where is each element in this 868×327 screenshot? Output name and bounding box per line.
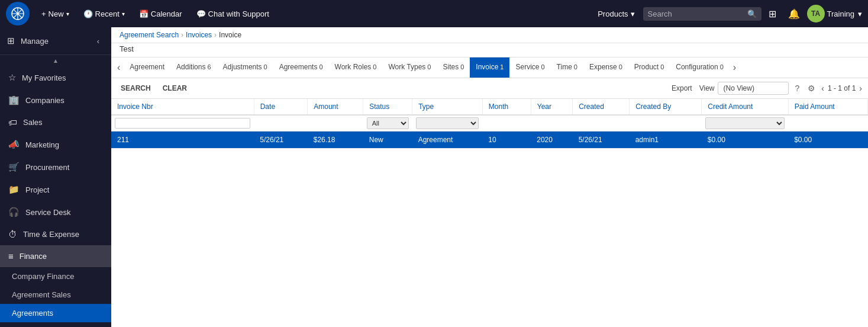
tab-configuration[interactable]: Configuration 0: [670, 57, 730, 78]
project-label: Project: [25, 185, 49, 194]
filter-credit[interactable]: [705, 117, 785, 129]
tab-work-types[interactable]: Work Types 0: [382, 57, 437, 78]
table-row[interactable]: 211 5/26/21 $26.18 New Agreement 10 2020…: [111, 132, 868, 149]
tabs-next-button[interactable]: ›: [730, 57, 740, 78]
filter-type[interactable]: [416, 117, 479, 129]
col-header-paid-amount[interactable]: Paid Amount: [788, 99, 867, 115]
tab-additions[interactable]: Additions 6: [170, 57, 217, 78]
top-navigation: + New ▾ 🕐 Recent ▾ 📅 Calendar 💬 Chat wit…: [0, 0, 868, 27]
calendar-button[interactable]: 📅 Calendar: [133, 6, 188, 22]
products-button[interactable]: Products ▾: [592, 6, 640, 22]
col-header-month[interactable]: Month: [482, 99, 531, 115]
tab-agreement[interactable]: Agreement: [124, 57, 170, 78]
bell-icon-button[interactable]: 🔔: [783, 6, 805, 22]
building-icon: 🏢: [8, 95, 20, 105]
sidebar-item-time-expense[interactable]: ⏱ Time & Expense: [0, 223, 111, 245]
products-label: Products: [598, 9, 628, 18]
next-page-button[interactable]: ›: [859, 84, 862, 93]
search-input[interactable]: [648, 9, 744, 18]
row-created: 5/26/21: [573, 132, 630, 149]
filter-invoice-nbr[interactable]: [115, 118, 250, 129]
calendar-icon: 📅: [139, 9, 149, 18]
row-type: Agreement: [412, 132, 483, 149]
sidebar-sub-agreement-sales[interactable]: Agreement Sales: [0, 286, 111, 304]
row-year: 2020: [531, 132, 572, 149]
breadcrumb-current: Invoice: [219, 31, 241, 39]
tab-time[interactable]: Time 0: [551, 57, 583, 78]
logo[interactable]: [6, 2, 30, 25]
tabs-prev-button[interactable]: ‹: [114, 57, 124, 78]
tab-adjustments[interactable]: Adjustments 0: [217, 57, 273, 78]
col-header-invoice-nbr[interactable]: Invoice Nbr: [111, 99, 254, 115]
invoice-nbr-link[interactable]: 211: [117, 136, 129, 144]
sidebar-item-project[interactable]: 📁 Project: [0, 178, 111, 201]
sidebar-header: ⊞ Manage ‹: [0, 27, 111, 55]
chevron-down-icon: ▾: [858, 9, 862, 18]
breadcrumb-link-agreement-search[interactable]: Agreement Search: [120, 31, 179, 39]
view-label: View: [699, 84, 715, 92]
tag-icon: 🏷: [8, 117, 17, 127]
sidebar: ⊞ Manage ‹ ▲ ☆ My Favorites 🏢 Companies …: [0, 27, 111, 327]
folder-icon: 📁: [8, 184, 20, 195]
clock-icon: 🕐: [83, 9, 93, 18]
prev-page-button[interactable]: ‹: [821, 84, 824, 93]
col-header-date[interactable]: Date: [254, 99, 308, 115]
chat-button[interactable]: 💬 Chat with Support: [191, 6, 275, 22]
finance-label: Finance: [20, 252, 47, 261]
sidebar-item-procurement[interactable]: 🛒 Procurement: [0, 156, 111, 178]
tab-sites[interactable]: Sites 0: [437, 57, 470, 78]
marketing-label: Marketing: [25, 140, 59, 149]
search-container: 🔍: [643, 7, 761, 21]
procurement-label: Procurement: [25, 163, 69, 172]
sidebar-item-sales[interactable]: 🏷 Sales: [0, 111, 111, 133]
col-header-created[interactable]: Created: [573, 99, 630, 115]
export-button[interactable]: Export: [668, 82, 696, 94]
tab-service[interactable]: Service 0: [509, 57, 550, 78]
col-header-credit-amount[interactable]: Credit Amount: [702, 99, 788, 115]
chevron-down-icon: ▾: [631, 9, 635, 18]
tab-agreements[interactable]: Agreements 0: [273, 57, 329, 78]
sidebar-item-service-desk[interactable]: 🎧 Service Desk: [0, 201, 111, 223]
sidebar-item-manage[interactable]: ⊞ Manage: [7, 32, 49, 50]
tab-invoice[interactable]: Invoice 1: [470, 57, 509, 78]
recent-label: Recent: [95, 9, 120, 18]
tab-work-roles[interactable]: Work Roles 0: [329, 57, 383, 78]
finance-icon: ≡: [8, 251, 14, 261]
view-dropdown[interactable]: (No View): [718, 82, 789, 95]
toolbar: SEARCH CLEAR Export View (No View) ? ⚙ ‹…: [111, 78, 868, 99]
chat-label: Chat with Support: [208, 9, 269, 18]
sidebar-sub-company-finance[interactable]: Company Finance: [0, 267, 111, 286]
sidebar-sub-agreements[interactable]: Agreements: [0, 304, 111, 322]
new-button[interactable]: + New ▾: [36, 6, 75, 22]
col-header-year[interactable]: Year: [531, 99, 572, 115]
col-header-type[interactable]: Type: [412, 99, 483, 115]
sidebar-item-favorites[interactable]: ☆ My Favorites: [0, 66, 111, 89]
collapse-button[interactable]: ‹: [92, 34, 104, 48]
recent-button[interactable]: 🕐 Recent ▾: [78, 6, 131, 22]
settings-icon-button[interactable]: ⚙: [805, 82, 818, 94]
tab-expense[interactable]: Expense 0: [583, 57, 628, 78]
view-select-container: (No View): [718, 82, 789, 95]
filter-status[interactable]: All: [367, 117, 409, 129]
col-header-amount[interactable]: Amount: [308, 99, 363, 115]
scroll-up-indicator: ▲: [0, 55, 111, 66]
user-menu-button[interactable]: Training ▾: [827, 9, 862, 18]
sidebar-item-companies[interactable]: 🏢 Companies: [0, 89, 111, 111]
sidebar-item-marketing[interactable]: 📣 Marketing: [0, 133, 111, 156]
tab-product[interactable]: Product 0: [628, 57, 670, 78]
breadcrumb-link-invoices[interactable]: Invoices: [186, 31, 212, 39]
col-header-status[interactable]: Status: [363, 99, 412, 115]
row-status: New: [363, 132, 412, 149]
company-finance-label: Company Finance: [12, 272, 75, 281]
avatar: TA: [807, 5, 825, 23]
grid-icon-button[interactable]: ⊞: [764, 6, 781, 22]
help-icon-button[interactable]: ?: [792, 82, 802, 94]
sidebar-item-finance[interactable]: ≡ Finance: [0, 245, 111, 267]
search-button[interactable]: SEARCH: [117, 82, 154, 94]
page-title: Test: [111, 43, 868, 57]
main-area: ⊞ Manage ‹ ▲ ☆ My Favorites 🏢 Companies …: [0, 27, 868, 327]
clear-button[interactable]: CLEAR: [159, 82, 191, 94]
col-header-created-by[interactable]: Created By: [630, 99, 702, 115]
chevron-down-icon: ▾: [122, 11, 125, 17]
grid-icon: ⊞: [7, 36, 15, 46]
